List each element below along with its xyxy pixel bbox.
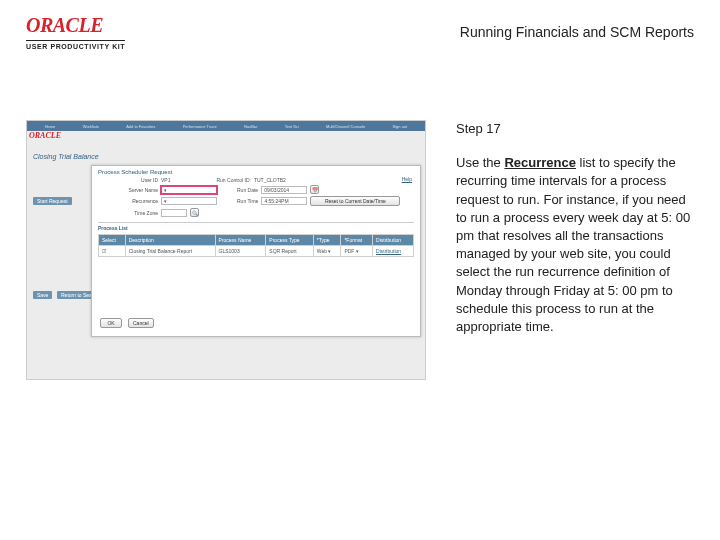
lookup-icon[interactable]: 🔍 xyxy=(190,208,199,217)
col-ptype: Process Type xyxy=(266,235,314,246)
row-desc: Closing Trial Balance Report xyxy=(125,246,215,257)
col-type: *Type xyxy=(313,235,341,246)
process-list-section: Process List xyxy=(98,222,414,231)
logo: ORACLE USER PRODUCTIVITY KIT xyxy=(26,14,125,50)
col-pname: Process Name xyxy=(215,235,266,246)
side-button-start[interactable]: Start Request xyxy=(33,197,72,205)
app-logo: ORACLE xyxy=(29,131,61,140)
timezone-label: Time Zone xyxy=(98,210,158,216)
run-control-value: TUT_CLOTB2 xyxy=(254,177,286,183)
cancel-button[interactable]: Cancel xyxy=(128,318,154,328)
app-screenshot: Home Worklists Add to Favorites Performa… xyxy=(26,120,426,380)
run-time-label: Run Time xyxy=(237,198,258,204)
run-date-label: Run Date xyxy=(237,187,258,193)
table-row: ☑ Closing Trial Balance Report GLS1003 S… xyxy=(99,246,414,257)
nav-item[interactable]: MultiChannel Console xyxy=(326,124,365,129)
logo-subtext: USER PRODUCTIVITY KIT xyxy=(26,40,125,50)
row-dist[interactable]: Distribution xyxy=(373,246,414,257)
nav-item[interactable]: Home xyxy=(45,124,56,129)
col-dist: Distribution xyxy=(373,235,414,246)
content-row: Home Worklists Add to Favorites Performa… xyxy=(0,60,720,380)
modal-title: Process Scheduler Request xyxy=(98,169,414,175)
row-format[interactable]: PDF ▾ xyxy=(341,246,373,257)
run-control-label: Run Control ID: xyxy=(216,177,250,183)
recurrence-select[interactable]: ▾ xyxy=(161,197,217,205)
row-select[interactable]: ☑ xyxy=(99,246,126,257)
step-label: Step 17 xyxy=(456,120,694,138)
calendar-icon[interactable]: 📅 xyxy=(310,185,319,194)
row-type[interactable]: Web ▾ xyxy=(313,246,341,257)
instructions-panel: Step 17 Use the Recurrence list to speci… xyxy=(456,120,694,380)
row-ptype: SQR Report xyxy=(266,246,314,257)
user-id-value: VP1 xyxy=(161,177,170,183)
keyword-recurrence: Recurrence xyxy=(504,155,576,170)
nav-item[interactable]: NavBar xyxy=(244,124,257,129)
user-id-label: User ID xyxy=(98,177,158,183)
nav-item[interactable]: Test Sci xyxy=(285,124,299,129)
row-name: GLS1003 xyxy=(215,246,266,257)
server-name-label: Server Name xyxy=(98,187,158,193)
doc-title: Running Financials and SCM Reports xyxy=(460,24,694,40)
col-format: *Format xyxy=(341,235,373,246)
side-button-save[interactable]: Save xyxy=(33,291,52,299)
col-desc: Description xyxy=(125,235,215,246)
reset-button[interactable]: Reset to Current Date/Time xyxy=(310,196,400,206)
recurrence-label: Recurrence xyxy=(98,198,158,204)
server-name-select[interactable]: ▾ xyxy=(161,186,217,194)
ok-button[interactable]: OK xyxy=(100,318,122,328)
timezone-field[interactable] xyxy=(161,209,187,217)
doc-header: ORACLE USER PRODUCTIVITY KIT Running Fin… xyxy=(0,0,720,60)
process-scheduler-modal: Process Scheduler Request Help User ID V… xyxy=(91,165,421,337)
run-date-field[interactable]: 09/03/2014 xyxy=(261,186,307,194)
nav-item[interactable]: Add to Favorites xyxy=(126,124,155,129)
col-select: Select xyxy=(99,235,126,246)
help-link[interactable]: Help xyxy=(402,176,412,182)
process-list-table: Select Description Process Name Process … xyxy=(98,234,414,257)
instruction-text: Use the Recurrence list to specify the r… xyxy=(456,154,694,336)
run-time-field[interactable]: 4:55:24PM xyxy=(261,197,307,205)
app-topnav: Home Worklists Add to Favorites Performa… xyxy=(27,121,425,131)
logo-text: ORACLE xyxy=(26,14,125,37)
page-title: Closing Trial Balance xyxy=(33,153,99,160)
nav-item[interactable]: Sign out xyxy=(393,124,408,129)
nav-item[interactable]: Performance Trace xyxy=(183,124,217,129)
nav-item[interactable]: Worklists xyxy=(83,124,99,129)
